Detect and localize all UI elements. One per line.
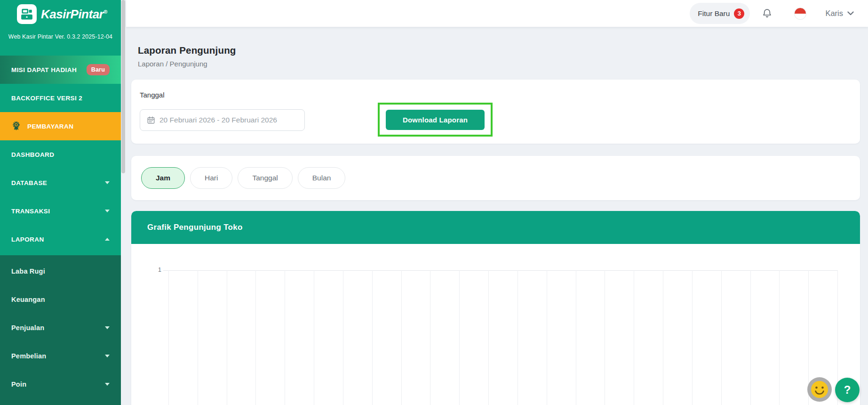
chart-plot-area: 1 (131, 244, 860, 405)
date-filter-card: Tanggal 20 Februari 2026 - 20 Februari 2… (131, 80, 860, 144)
x-gridline (168, 270, 169, 405)
download-laporan-button[interactable]: Download Laporan (386, 110, 485, 130)
topbar: Fitur Baru 3 Karis (126, 0, 868, 27)
submenu-item-poin[interactable]: Poin (0, 370, 121, 398)
x-gridline (488, 270, 489, 405)
question-mark-icon: ? (844, 383, 851, 397)
caret-down-icon (105, 355, 110, 357)
caret-down-icon (105, 210, 110, 212)
calendar-icon (147, 116, 155, 124)
cash-register-icon (17, 4, 37, 24)
x-gridline (401, 270, 402, 405)
sidebar-item-transaksi[interactable]: TRANSAKSI (0, 197, 121, 225)
submenu-item-label: Pembelian (11, 352, 46, 360)
submenu-item-label: Penjualan (11, 324, 44, 332)
x-gridline (198, 270, 198, 405)
tab-bulan[interactable]: Bulan (298, 167, 346, 189)
page-head: Laporan Pengunjung Laporan / Pengunjung (138, 45, 236, 68)
sidebar-item-label: MISI DAPAT HADIAH (11, 66, 77, 73)
sidebar-item-database[interactable]: DATABASE (0, 169, 121, 197)
sidebar-item-label: PEMBAYARAN (27, 123, 73, 130)
page-title: Laporan Pengunjung (138, 45, 236, 56)
submenu-item-keuangan[interactable]: Keuangan (0, 285, 121, 314)
x-gridline (227, 270, 227, 405)
sidebar-item-label: TRANSAKSI (11, 208, 50, 215)
sidebar-item-label: DASHBOARD (11, 151, 54, 158)
sidebar-submenu-laporan: Laba RugiKeuanganPenjualanPembelianPoin (0, 255, 121, 405)
feedback-smiley-button[interactable] (807, 377, 832, 402)
date-filter-label: Tanggal (140, 91, 165, 99)
baru-badge: Baru (87, 64, 110, 75)
x-gridline (430, 270, 430, 405)
sidebar-item-laporan[interactable]: LAPORAN (0, 225, 121, 253)
submenu-item-penjualan[interactable]: Penjualan (0, 314, 121, 342)
sidebar-item-backoffice-versi-2[interactable]: BACKOFFICE VERSI 2 (0, 84, 121, 112)
tab-jam[interactable]: Jam (141, 167, 185, 189)
submenu-item-label: Keuangan (11, 296, 45, 303)
caret-up-icon (105, 238, 110, 241)
tab-tanggal[interactable]: Tanggal (238, 167, 292, 189)
notifications-button[interactable] (762, 8, 772, 19)
fitur-baru-button[interactable]: Fitur Baru 3 (690, 3, 750, 24)
x-gridline (721, 270, 722, 405)
interval-tabs-card: JamHariTanggalBulan (131, 156, 860, 200)
action-highlight-frame: Download Laporan (378, 103, 493, 137)
x-gridline (285, 270, 285, 405)
x-gridline (314, 270, 314, 405)
submenu-item-label: Poin (11, 381, 26, 388)
fitur-baru-label: Fitur Baru (698, 9, 730, 18)
fitur-baru-count-badge: 3 (734, 8, 744, 19)
x-gridline (518, 270, 518, 405)
submenu-item-laba-rugi[interactable]: Laba Rugi (0, 257, 121, 285)
y-gridline-top (163, 270, 837, 271)
brand-name: KasirPintar® (41, 7, 107, 22)
sidebar-item-pembayaran[interactable]: PEMBAYARAN (0, 112, 121, 140)
x-gridline (779, 270, 780, 405)
sidebar-item-label: DATABASE (11, 179, 47, 186)
sidebar-scrollbar[interactable] (121, 0, 125, 173)
smiley-icon (807, 377, 832, 402)
sidebar-item-label: BACKOFFICE VERSI 2 (11, 95, 82, 102)
interval-tabs: JamHariTanggalBulan (141, 167, 345, 189)
submenu-item-label: Laba Rugi (11, 267, 45, 275)
language-flag-indonesia[interactable] (794, 8, 806, 20)
main-area: Fitur Baru 3 Karis Laporan Pengunjung La… (126, 0, 868, 405)
user-name: Karis (825, 9, 843, 18)
x-gridline (750, 270, 751, 405)
x-gridline (605, 270, 605, 405)
y-axis-tick-1: 1 (150, 267, 161, 273)
visitor-chart-card: Grafik Pengunjung Toko 1 (131, 211, 860, 405)
bell-icon (762, 8, 772, 19)
sidebar-item-misi-dapat-hadiah[interactable]: MISI DAPAT HADIAHBaru (0, 56, 121, 84)
x-gridline (634, 270, 634, 405)
sidebar: KasirPintar® Web Kasir Pintar Ver. 0.3.2… (0, 0, 121, 405)
sidebar-item-dashboard[interactable]: DASHBOARD (0, 140, 121, 169)
submenu-item-pembelian[interactable]: Pembelian (0, 342, 121, 370)
date-range-value: 20 Februari 2026 - 20 Februari 2026 (159, 116, 277, 124)
tab-hari[interactable]: Hari (190, 167, 232, 189)
x-gridline (547, 270, 547, 405)
brand-logo[interactable]: KasirPintar® (17, 4, 107, 24)
caret-down-icon (105, 326, 110, 329)
x-gridline (576, 270, 576, 405)
x-gridline (255, 270, 256, 405)
x-gridline (692, 270, 693, 405)
app-version: Web Kasir Pintar Ver. 0.3.2 2025-12-04 (0, 33, 121, 40)
sidebar-item-label: LAPORAN (11, 236, 44, 243)
x-gridline (343, 270, 343, 405)
x-gridline (459, 270, 460, 405)
chart-header: Grafik Pengunjung Toko (131, 211, 860, 244)
x-gridline (372, 270, 373, 405)
x-gridline (663, 270, 663, 405)
sidebar-nav: MISI DAPAT HADIAHBaruBACKOFFICE VERSI 2P… (0, 56, 121, 253)
caret-down-icon (105, 181, 110, 184)
user-menu[interactable]: Karis (825, 9, 854, 18)
award-icon (11, 121, 21, 132)
help-button[interactable]: ? (835, 378, 860, 402)
chart-title: Grafik Pengunjung Toko (147, 223, 243, 232)
date-range-input[interactable]: 20 Februari 2026 - 20 Februari 2026 (140, 109, 305, 131)
breadcrumb: Laporan / Pengunjung (138, 60, 236, 68)
chevron-down-icon (847, 11, 854, 16)
caret-down-icon (105, 383, 110, 386)
